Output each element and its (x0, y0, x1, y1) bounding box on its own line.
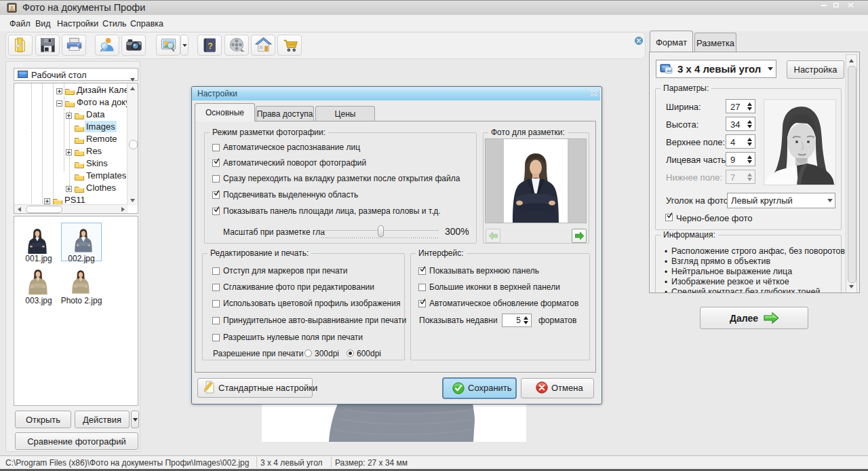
svg-text:?: ? (208, 41, 213, 51)
